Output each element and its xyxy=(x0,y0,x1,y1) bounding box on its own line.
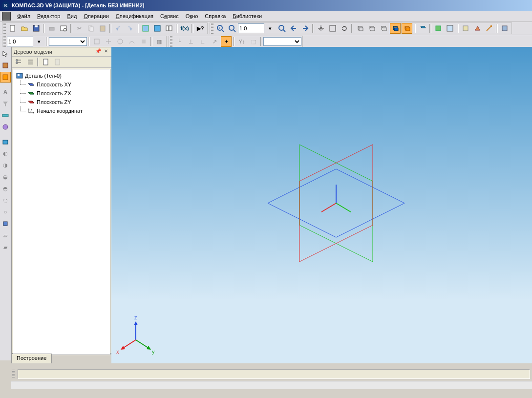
toolbar-grip[interactable] xyxy=(3,36,6,47)
tree-item-zx[interactable]: Плоскость ZX xyxy=(14,89,109,98)
tree-display-button[interactable] xyxy=(52,57,63,67)
zoom-dropdown-button[interactable]: ▾ xyxy=(265,23,276,34)
toolbar-end-button[interactable] xyxy=(499,23,510,34)
toolbar-grip[interactable] xyxy=(3,23,6,34)
snap3-button[interactable] xyxy=(115,36,126,47)
menu-service[interactable]: Сервис xyxy=(157,12,182,20)
side-t6-button[interactable]: ○ xyxy=(0,207,11,217)
zoom-in-button[interactable]: + xyxy=(215,23,226,34)
redraw-button[interactable] xyxy=(445,23,455,34)
new-document-button[interactable] xyxy=(7,23,18,34)
step-dropdown-button[interactable]: ▾ xyxy=(34,36,44,47)
menu-operations[interactable]: Операции xyxy=(80,12,112,20)
variables-button[interactable]: f(x) xyxy=(179,23,190,34)
side-t2-button[interactable]: ◑ xyxy=(0,160,11,170)
side-select-button[interactable] xyxy=(0,48,11,59)
toolbar-grip[interactable] xyxy=(170,36,172,47)
perspective-button[interactable] xyxy=(417,23,428,34)
section-button[interactable] xyxy=(433,23,444,34)
tree-root[interactable]: Деталь (Тел-0) xyxy=(14,71,109,80)
tree-mode2-button[interactable] xyxy=(25,57,36,67)
menu-editor[interactable]: Редактор xyxy=(34,12,64,20)
tree-item-origin[interactable]: Начало координат xyxy=(14,106,109,115)
variant-select[interactable] xyxy=(49,37,87,46)
side-t4-button[interactable]: ◓ xyxy=(0,183,11,194)
side-t7-button[interactable] xyxy=(0,218,11,229)
help-button[interactable]: ▶? xyxy=(195,23,206,34)
zoom-previous-button[interactable] xyxy=(288,23,299,34)
shaded-edges-button[interactable] xyxy=(402,23,412,34)
side-t3-button[interactable]: ◒ xyxy=(0,171,11,182)
snap2-button[interactable] xyxy=(103,36,114,47)
panel-title-bar[interactable]: Дерево модели 📌 ✕ xyxy=(12,47,111,57)
tab-build[interactable]: Построение xyxy=(11,354,52,363)
snap-b-button[interactable]: ⊥ xyxy=(186,36,196,47)
menu-file[interactable]: ФФайлайл xyxy=(14,12,34,20)
zoom-next-button[interactable] xyxy=(300,23,311,34)
paste-button[interactable] xyxy=(97,23,108,34)
snap-a-button[interactable]: └ xyxy=(174,36,185,47)
side-measure-button[interactable] xyxy=(0,110,11,121)
menu-libraries[interactable]: Библиотеки xyxy=(229,12,265,20)
zoom-scale-input[interactable] xyxy=(238,23,264,33)
snap-f-button[interactable]: Y↕ xyxy=(236,36,247,47)
rotate-button[interactable] xyxy=(339,23,350,34)
shaded-button[interactable] xyxy=(390,23,401,34)
side-t1-button[interactable]: ◐ xyxy=(0,148,11,159)
side-operation-button[interactable] xyxy=(0,72,11,83)
side-t5-button[interactable]: ◌ xyxy=(0,195,11,206)
zoom-fit-button[interactable] xyxy=(327,23,338,34)
undo-button[interactable] xyxy=(113,23,124,34)
open-button[interactable] xyxy=(19,23,30,34)
step-input[interactable] xyxy=(7,37,33,46)
side-text-button[interactable]: A xyxy=(0,86,11,97)
status-grip[interactable] xyxy=(12,370,15,378)
snap-c-button[interactable]: ∟ xyxy=(197,36,208,47)
no-hidden-button[interactable] xyxy=(378,23,389,34)
side-sketch-button[interactable] xyxy=(0,60,11,71)
panel-pin-button[interactable]: 📌 xyxy=(95,48,102,55)
hidden-lines-button[interactable] xyxy=(366,23,377,34)
panel-close-button[interactable]: ✕ xyxy=(103,48,109,55)
snap4-button[interactable] xyxy=(127,36,137,47)
zoom-out-button[interactable]: - xyxy=(227,23,237,34)
toolbar-grip[interactable] xyxy=(211,23,213,34)
menu-window[interactable]: Окно xyxy=(182,12,202,20)
tool-a-button[interactable] xyxy=(460,23,471,34)
rebuild-button[interactable] xyxy=(484,23,494,34)
print-preview-button[interactable] xyxy=(58,23,69,34)
grid-button[interactable]: ▦ xyxy=(154,36,165,47)
menu-specification[interactable]: Спецификация xyxy=(112,12,157,20)
snap1-button[interactable] xyxy=(91,36,102,47)
snap-g-button[interactable]: ⬚ xyxy=(248,36,259,47)
tree-item-xy[interactable]: Плоскость XY xyxy=(14,80,109,89)
save-button[interactable] xyxy=(31,23,42,34)
properties-button[interactable] xyxy=(164,23,174,34)
copy-button[interactable] xyxy=(85,23,96,34)
3d-viewport[interactable]: z x y xyxy=(111,47,532,363)
snap5-button[interactable] xyxy=(138,36,149,47)
snap-d-button[interactable]: ↗ xyxy=(209,36,220,47)
side-aux-button[interactable] xyxy=(0,122,11,132)
redo-button[interactable] xyxy=(125,23,135,34)
side-t9-button[interactable]: ▰ xyxy=(0,242,11,252)
spec-button[interactable] xyxy=(140,23,151,34)
snap-mode-select[interactable] xyxy=(263,37,301,46)
menu-help[interactable]: Справка xyxy=(201,12,229,20)
side-extrude-button[interactable] xyxy=(0,136,11,147)
zoom-window-button[interactable] xyxy=(277,23,287,34)
print-button[interactable] xyxy=(46,23,57,34)
snap-e-button[interactable]: ✦ xyxy=(221,36,232,47)
tool-b-button[interactable] xyxy=(472,23,483,34)
side-t8-button[interactable]: ▱ xyxy=(0,230,11,241)
tree-props-button[interactable] xyxy=(41,57,51,67)
pan-button[interactable] xyxy=(316,23,326,34)
spec2-button[interactable] xyxy=(152,23,163,34)
wireframe-button[interactable] xyxy=(355,23,365,34)
document-icon[interactable] xyxy=(2,12,11,21)
tree-item-zy[interactable]: Плоскость ZY xyxy=(14,98,109,106)
side-filter-button[interactable] xyxy=(0,98,11,109)
model-tree[interactable]: Деталь (Тел-0) Плоскость XY Плоскость ZX… xyxy=(13,69,110,355)
cut-button[interactable]: ✂ xyxy=(74,23,85,34)
menu-view[interactable]: Вид xyxy=(64,12,80,20)
